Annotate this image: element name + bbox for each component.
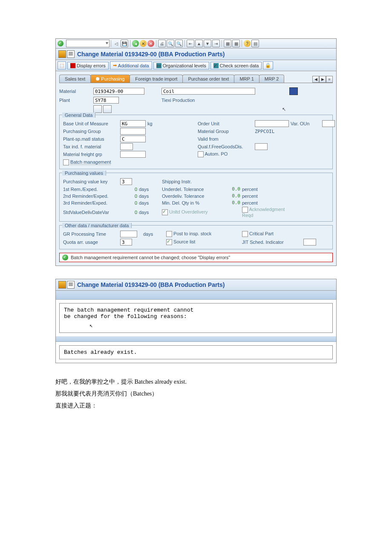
base-uom-input[interactable]: [120, 120, 146, 127]
command-field[interactable]: [66, 40, 110, 47]
dialog-title-bar: Change Material 0193429-00 (BBA Producti…: [56, 279, 336, 291]
gr-time-input[interactable]: [120, 231, 137, 237]
tax-ind-input[interactable]: [120, 143, 133, 150]
page-title: Change Material 0193429-00 (BBA Producti…: [77, 51, 225, 58]
underdel-label: Underdel. Tolerance: [162, 187, 217, 192]
check-screen-button[interactable]: ✓Check screen data: [210, 62, 262, 69]
rem3-value: 0: [120, 200, 137, 205]
quota-input[interactable]: [120, 239, 132, 246]
autopo-checkbox[interactable]: [198, 151, 204, 157]
find-icon[interactable]: 🔍: [167, 40, 174, 47]
tab-purchasing[interactable]: Purchasing: [90, 75, 130, 83]
dialog-message-1: The batch management requirement cannot …: [59, 303, 333, 333]
purch-key-input[interactable]: [120, 178, 132, 185]
material-group-value: ZPPCOIL: [255, 129, 289, 134]
plant-input[interactable]: [93, 97, 119, 104]
status-ok-icon: [62, 254, 68, 260]
back-icon[interactable]: ◁: [113, 40, 120, 47]
shortcut-icon[interactable]: ▦: [232, 40, 240, 47]
group-purchasing-values: Purchasing values Purchasing value key S…: [59, 173, 333, 222]
tax-ind-label: Tax ind. f. material: [63, 144, 118, 149]
ack-reqd-checkbox: [242, 207, 248, 213]
order-unit-input[interactable]: [255, 120, 289, 127]
tab-foreign-trade[interactable]: Foreign trade import: [130, 75, 183, 83]
exit-icon[interactable]: ✕: [140, 40, 147, 47]
arrow-right-icon: ➡: [113, 63, 117, 68]
jit-input[interactable]: [303, 239, 316, 246]
dialog-message-2: Batches already exist.: [59, 345, 333, 359]
rem2-label: 2nd Reminder/Exped.: [63, 194, 118, 199]
stdval-label: StdValueDelivDateVar: [63, 210, 118, 215]
ok-icon[interactable]: [58, 40, 63, 46]
nav-back-icon[interactable]: ◂: [132, 40, 139, 47]
new-session-icon[interactable]: ▦: [224, 40, 231, 47]
qual-free-label: Qual.f.FreeGoodsDis.: [198, 144, 253, 149]
overdel-value: 0.0: [219, 193, 240, 199]
cancel-icon[interactable]: ✕: [147, 40, 154, 47]
print-icon[interactable]: 🖨: [158, 40, 166, 47]
revision-icon[interactable]: [93, 105, 102, 113]
find-next-icon[interactable]: 🔍: [175, 40, 183, 47]
valid-from-label: Valid from: [198, 136, 253, 142]
layout-icon[interactable]: ▤: [251, 40, 259, 47]
save-icon[interactable]: 💾: [121, 40, 128, 47]
plant-desc: Tiexi Production: [161, 98, 195, 103]
shipping-instr-label: Shipping Instr.: [162, 179, 217, 184]
tab-mrp2[interactable]: MRP 2: [259, 75, 284, 83]
tab-list-icon[interactable]: ≡: [326, 76, 333, 83]
active-dot-icon: [96, 77, 99, 81]
material-input[interactable]: [93, 88, 144, 95]
qual-free-input[interactable]: [255, 143, 268, 150]
group-title: Purchasing values: [62, 171, 106, 176]
plant-status-input[interactable]: [120, 136, 146, 142]
error-icon: [70, 63, 75, 68]
status-message: Batch management requirement cannot be c…: [71, 255, 230, 260]
group-title: Other data / manufacturer data: [62, 223, 132, 228]
tab-scroll-right-icon[interactable]: ▶: [319, 76, 326, 83]
help-icon[interactable]: ?: [244, 40, 251, 47]
var-oun-input[interactable]: [322, 120, 335, 127]
tab-scroll-left-icon[interactable]: ◀: [312, 76, 319, 83]
title-bar: Change Material 0193429-00 (BBA Producti…: [56, 49, 336, 60]
org-levels-button[interactable]: ▭Organizational levels: [153, 62, 209, 69]
group-general-data: General Data Base Unit of Measure kg Ord…: [59, 115, 333, 169]
first-page-icon[interactable]: ⇤: [187, 40, 194, 47]
overdel-label: Overdeliv. Tolerance: [162, 194, 217, 199]
purch-key-label: Purchasing value key: [63, 179, 118, 184]
critical-part-checkbox[interactable]: [242, 231, 248, 237]
group-title: General Data: [62, 113, 95, 118]
material-desc-input[interactable]: [161, 88, 255, 95]
purch-group-input[interactable]: [120, 128, 146, 135]
prev-page-icon[interactable]: ▲: [195, 40, 203, 47]
post-insp-checkbox[interactable]: [166, 231, 172, 237]
tab-po-text[interactable]: Purchase order text: [182, 75, 234, 83]
batch-mgmt-label: Batch management: [70, 159, 111, 165]
purch-group-label: Purchasing Group: [63, 129, 118, 134]
material-label: Material: [59, 89, 93, 94]
order-unit-label: Order Unit: [198, 121, 253, 126]
jit-label: JIT Sched. Indicator: [242, 240, 302, 245]
source-list-checkbox[interactable]: [166, 239, 172, 245]
doc-icon[interactable]: [103, 105, 112, 113]
tab-strip: Sales text Purchasing Foreign trade impo…: [59, 75, 333, 83]
next-page-icon[interactable]: ▼: [204, 40, 211, 47]
additional-data-button[interactable]: ➡Additional data: [110, 61, 152, 69]
underdel-value: 0.0: [219, 186, 240, 192]
gr-time-label: GR Processing Time: [63, 231, 118, 237]
display-errors-button[interactable]: Display errors: [67, 62, 109, 69]
batch-mgmt-checkbox[interactable]: [63, 159, 69, 165]
mindel-label: Min. Del. Qty in %: [162, 200, 217, 205]
tab-sales-text[interactable]: Sales text: [59, 75, 91, 83]
base-uom-label: Base Unit of Measure: [63, 121, 118, 126]
mindel-value: 0.0: [219, 200, 240, 205]
app-icon: [58, 50, 66, 58]
lock-button[interactable]: 🔒: [263, 61, 273, 69]
info-button[interactable]: [289, 87, 298, 95]
article-text: 好吧，在我的掌控之中，提示 Batches already exist. 那我就…: [55, 376, 337, 412]
last-page-icon[interactable]: ⇥: [212, 40, 220, 47]
page-icon: [67, 50, 75, 58]
stdval-value: 0: [120, 210, 137, 215]
expand-button[interactable]: ⬚: [58, 61, 66, 69]
freight-grp-input[interactable]: [120, 151, 146, 158]
tab-mrp1[interactable]: MRP 1: [234, 75, 259, 83]
